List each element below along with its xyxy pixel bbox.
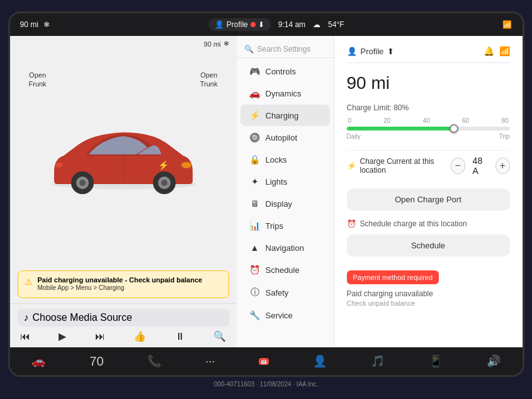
schedule-label: ⏰ Schedule charge at this location [347, 219, 510, 228]
search-placeholder: Search Settings [258, 45, 311, 54]
autopilot-icon: 🔘 [249, 132, 261, 142]
car-visualization: ⚡ [35, 102, 212, 216]
time-display: 9:14 am [278, 20, 305, 29]
profile-header: 👤 Profile ⬆ [347, 47, 395, 56]
left-panel: 90 mi ❄ Open Frunk Open Trunk [10, 36, 237, 347]
safety-label: Safety [266, 288, 289, 298]
payment-error-badge: Payment method required [347, 270, 439, 284]
sidebar-item-autopilot[interactable]: 🔘 Autopilot [241, 127, 330, 148]
trip-label: Trip [499, 133, 510, 140]
dynamics-icon: 🚗 [249, 88, 261, 98]
check-balance-text: Check unpaid balance [347, 299, 510, 307]
media-controls: ⏮ ▶ ⏭ 👍 ⏸ 🔍 [18, 330, 229, 342]
lights-icon: ✦ [249, 176, 261, 187]
fast-forward-button[interactable]: ⏭ [95, 331, 105, 342]
thumbs-up-button[interactable]: 👍 [133, 330, 146, 342]
safety-icon: ⓘ [249, 287, 261, 298]
locks-icon: 🔒 [249, 154, 261, 165]
bluetooth-icon: ❄ [43, 20, 50, 29]
plug-icon: ⚡ [347, 161, 356, 170]
sidebar-item-display[interactable]: 🖥 Display [241, 193, 330, 214]
schedule-button[interactable]: Schedule [347, 234, 510, 257]
sidebar-item-dynamics[interactable]: 🚗 Dynamics [241, 83, 330, 104]
content-header: 👤 Profile ⬆ 🔔 📶 [347, 46, 510, 63]
taskbar-speed: 70 [89, 354, 103, 369]
frunk-label: Open Frunk [29, 71, 47, 89]
service-label: Service [266, 311, 293, 320]
taskbar-music-icon[interactable]: 🎵 [371, 354, 385, 368]
pause-button[interactable]: ⏸ [175, 331, 185, 342]
charging-icon: ⚡ [249, 110, 261, 120]
header-icons: 🔔 📶 [484, 46, 510, 56]
trips-icon: 📊 [249, 221, 261, 231]
profile-button[interactable]: 👤 Profile ⬇ [208, 18, 271, 31]
sidebar-item-navigation[interactable]: ▲ Navigation [241, 237, 330, 258]
media-source-label: Choose Media Source [33, 312, 132, 323]
current-value-display: 48 A [473, 156, 488, 176]
sidebar-item-charging[interactable]: ⚡ Charging [241, 105, 330, 126]
open-charge-port-button[interactable]: Open Charge Port [347, 188, 510, 211]
decrease-current-button[interactable]: − [451, 158, 465, 174]
taskbar-phone-icon[interactable]: 📞 [147, 354, 161, 368]
schedule-section: ⏰ Schedule charge at this location Sched… [347, 219, 510, 263]
profile-person-icon: 👤 [347, 47, 357, 56]
charge-current-row: ⚡ Charge Current at this location − 48 A… [347, 150, 510, 181]
slider-thumb[interactable] [450, 124, 458, 133]
lights-label: Lights [266, 177, 288, 187]
taskbar-dots[interactable]: ··· [205, 355, 215, 368]
temp-display: 54°F [328, 20, 344, 29]
taskbar-volume-icon[interactable]: 🔊 [487, 354, 501, 368]
dynamics-label: Dynamics [266, 89, 302, 98]
profile-header-label: Profile [361, 47, 384, 56]
charging-label: Charging [266, 111, 299, 120]
battery-range: 90 mi [204, 40, 221, 48]
increase-current-button[interactable]: + [495, 158, 510, 174]
trunk-open-text: Open [200, 71, 218, 79]
recording-dot [251, 22, 256, 27]
weather-icon: ☁ [313, 20, 320, 29]
taskbar-car-icon[interactable]: 🚗 [31, 354, 45, 368]
status-bar: 90 mi ❄ 👤 Profile ⬇ 9:14 am ☁ 54°F 📶 [10, 13, 523, 36]
svg-point-3 [79, 180, 86, 186]
schedule-location-text: Schedule charge at this location [360, 219, 467, 228]
charge-slider-track[interactable] [347, 127, 510, 130]
taskbar: 🚗 70 📞 ··· 📅 👤 🎵 📱 🔊 [10, 347, 523, 375]
sidebar-item-trips[interactable]: 📊 Trips [241, 215, 330, 236]
footer-caption: 000-40711603 · 11/08/2024 · IAA Inc. [214, 381, 319, 388]
play-button[interactable]: ▶ [59, 330, 66, 342]
media-source[interactable]: ♪ Choose Media Source [18, 309, 229, 327]
content-panel: 👤 Profile ⬆ 🔔 📶 90 mi Charge Limit: 80% … [334, 36, 523, 347]
taskbar-calendar-icon[interactable]: 📅 [259, 358, 269, 365]
sidebar-item-service[interactable]: 🔧 Service [241, 304, 330, 326]
sidebar: 🔍 Search Settings 🎮 Controls 🚗 Dynamics … [237, 36, 334, 347]
sidebar-item-safety[interactable]: ⓘ Safety [241, 281, 330, 304]
trips-label: Trips [266, 221, 283, 231]
service-icon: 🔧 [249, 310, 261, 320]
sidebar-item-locks[interactable]: 🔒 Locks [241, 149, 330, 170]
signal-icon: 📶 [502, 20, 512, 29]
sidebar-item-controls[interactable]: 🎮 Controls [241, 61, 330, 82]
car-top-bar: 90 mi ❄ [10, 36, 237, 52]
taskbar-person-icon[interactable]: 👤 [313, 354, 327, 368]
sidebar-item-schedule[interactable]: ⏰ Schedule [241, 259, 330, 280]
controls-icon: 🎮 [249, 66, 261, 76]
svg-point-6 [161, 180, 167, 186]
clock-icon: ⏰ [347, 219, 356, 228]
taskbar-screen-icon[interactable]: 📱 [429, 354, 443, 368]
tick-0: 0 [348, 117, 352, 124]
status-bar-center: 👤 Profile ⬇ 9:14 am ☁ 54°F [208, 18, 344, 31]
tick-80: 80 [501, 117, 508, 124]
plus-icon: + [499, 160, 505, 171]
battery-indicator: 90 mi ❄ [204, 40, 229, 48]
search-media-button[interactable]: 🔍 [213, 330, 226, 342]
status-bar-left: 90 mi ❄ [20, 20, 50, 29]
slider-ticks: 0 20 40 60 80 [347, 117, 510, 124]
minus-icon: − [455, 160, 461, 171]
navigation-label: Navigation [266, 243, 304, 253]
charge-limit-section: Charge Limit: 80% 0 20 40 60 80 Daily [347, 103, 510, 140]
search-settings[interactable]: 🔍 Search Settings [237, 41, 334, 58]
sidebar-item-lights[interactable]: ✦ Lights [241, 171, 330, 192]
display-icon: 🖥 [249, 199, 261, 209]
charge-limit-label: Charge Limit: 80% [347, 103, 510, 112]
rewind-button[interactable]: ⏮ [20, 331, 30, 342]
